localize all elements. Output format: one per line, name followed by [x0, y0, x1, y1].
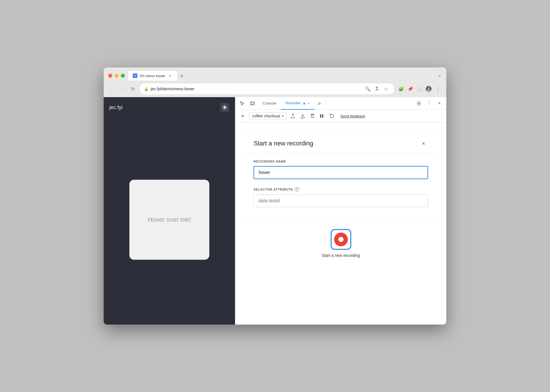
address-bar: ← → ↻ 🔒 jec.fyi/demo/menu-hover 🔍 ☆ 🧩: [104, 81, 446, 97]
svg-rect-9: [322, 114, 323, 118]
search-icon[interactable]: 🔍: [364, 85, 372, 93]
title-bar: On menu hover × + ⌄: [104, 67, 446, 81]
recorder-actions: [289, 112, 336, 120]
tab-menu-button[interactable]: ⌄: [437, 72, 442, 81]
profile-icon[interactable]: [425, 85, 433, 93]
browser-actions: 🧩 📌 ⬜ ⋮: [397, 85, 442, 93]
chevron-down-icon: ▾: [282, 114, 284, 118]
reload-button[interactable]: ↻: [129, 85, 137, 93]
browser-content: jec.fyi Hover over me!: [104, 97, 446, 325]
tab-console[interactable]: Console: [258, 97, 281, 110]
active-tab[interactable]: On menu hover ×: [128, 71, 177, 81]
devtools-area: Console Recorder ▲ × »: [235, 97, 446, 325]
recording-name-input[interactable]: [254, 166, 428, 179]
play-recording-button[interactable]: [318, 112, 326, 120]
forward-button[interactable]: →: [119, 85, 127, 93]
devtools-settings-button[interactable]: [414, 99, 423, 108]
url-bar-actions: 🔍 ☆: [364, 85, 390, 93]
more-tabs-button[interactable]: »: [316, 100, 323, 106]
start-recording-label: Start a new recording: [322, 253, 360, 258]
tab-favicon: [133, 73, 137, 78]
record-btn-dot: [338, 237, 344, 242]
divider: [326, 100, 327, 107]
theme-toggle-button[interactable]: [220, 103, 229, 112]
selector-help-icon[interactable]: ?: [295, 187, 299, 192]
window-icon[interactable]: ⬜: [415, 85, 423, 93]
maximize-window-button[interactable]: [121, 74, 125, 78]
page-header: jec.fyi: [109, 103, 229, 112]
recording-selector[interactable]: coffee checkout ▾: [249, 112, 287, 120]
bookmark-icon[interactable]: ☆: [382, 85, 390, 93]
kebab-icon: ⋮: [427, 101, 431, 106]
download-recording-button[interactable]: [299, 112, 307, 120]
recorder-toolbar: + coffee checkout ▾: [235, 110, 446, 123]
pin-icon[interactable]: 📌: [406, 85, 414, 93]
svg-rect-8: [320, 114, 321, 118]
devtools-right-actions: ⋮ ×: [414, 99, 444, 108]
svg-point-7: [418, 103, 420, 104]
recorder-pin-icon: ▲: [302, 101, 306, 105]
selector-attribute-label: SELECTOR ATTRIBUTE ?: [254, 187, 428, 192]
recording-name: coffee checkout: [252, 114, 280, 118]
share-icon[interactable]: [373, 85, 381, 93]
selector-attribute-input[interactable]: [254, 195, 428, 207]
tab-bar: On menu hover × + ⌄: [128, 71, 442, 81]
lock-icon: 🔒: [144, 87, 148, 91]
record-btn-inner: [334, 233, 348, 246]
close-icon: ×: [438, 101, 441, 106]
new-tab-button[interactable]: +: [177, 71, 186, 81]
back-button[interactable]: ←: [108, 85, 116, 93]
svg-point-1: [135, 75, 136, 76]
tab-close-button[interactable]: ×: [168, 73, 173, 78]
traffic-lights: [108, 74, 125, 78]
page-content: Hover over me!: [109, 121, 229, 319]
delete-recording-button[interactable]: [308, 112, 316, 120]
hover-card-text: Hover over me!: [148, 216, 191, 223]
reload-icon: ↻: [131, 86, 135, 92]
dialog-header: Start a new recording ×: [244, 132, 437, 153]
recorder-tab-close[interactable]: ×: [308, 101, 310, 105]
devtools-tabs: Console Recorder ▲ ×: [258, 97, 314, 110]
device-mode-button[interactable]: [248, 99, 257, 108]
forward-icon: →: [120, 86, 125, 91]
send-feedback-button[interactable]: Send feedback: [340, 114, 365, 118]
svg-rect-6: [252, 102, 253, 105]
minimize-window-button[interactable]: [115, 74, 119, 78]
svg-point-3: [427, 87, 430, 89]
svg-point-4: [224, 106, 226, 109]
devtools-close-button[interactable]: ×: [435, 99, 444, 108]
inspect-element-button[interactable]: [238, 99, 247, 108]
page-logo: jec.fyi: [109, 105, 123, 111]
dialog-overlay: Start a new recording × RECORDING NAME S…: [235, 123, 446, 325]
page-area: jec.fyi Hover over me!: [104, 97, 235, 325]
extensions-icon[interactable]: 🧩: [397, 85, 405, 93]
new-recording-dialog: Start a new recording × RECORDING NAME S…: [244, 132, 437, 265]
close-window-button[interactable]: [108, 74, 112, 78]
hover-card[interactable]: Hover over me!: [129, 180, 209, 260]
dialog-title: Start a new recording: [254, 140, 313, 147]
devtools-menu-button[interactable]: ⋮: [425, 99, 434, 108]
upload-recording-button[interactable]: [289, 112, 297, 120]
dialog-footer: Start a new recording: [244, 222, 437, 265]
back-icon: ←: [110, 86, 115, 91]
replay-recording-button[interactable]: [328, 112, 336, 120]
recording-name-label: RECORDING NAME: [254, 160, 428, 163]
url-text: jec.fyi/demo/menu-hover: [151, 87, 362, 91]
devtools-topbar: Console Recorder ▲ × »: [235, 97, 446, 110]
dialog-close-icon: ×: [422, 140, 425, 147]
browser-window: On menu hover × + ⌄ ← → ↻ 🔒 jec.fyi/d: [104, 67, 446, 325]
tab-recorder[interactable]: Recorder ▲ ×: [281, 97, 315, 110]
tab-title: On menu hover: [140, 74, 165, 78]
browser-menu-icon[interactable]: ⋮: [434, 85, 442, 93]
start-new-recording-button[interactable]: [331, 229, 351, 250]
dialog-body: RECORDING NAME SELECTOR ATTRIBUTE ?: [244, 153, 437, 222]
add-recording-button[interactable]: +: [239, 112, 247, 120]
dialog-close-button[interactable]: ×: [419, 139, 428, 148]
url-bar[interactable]: 🔒 jec.fyi/demo/menu-hover 🔍 ☆: [139, 83, 395, 95]
